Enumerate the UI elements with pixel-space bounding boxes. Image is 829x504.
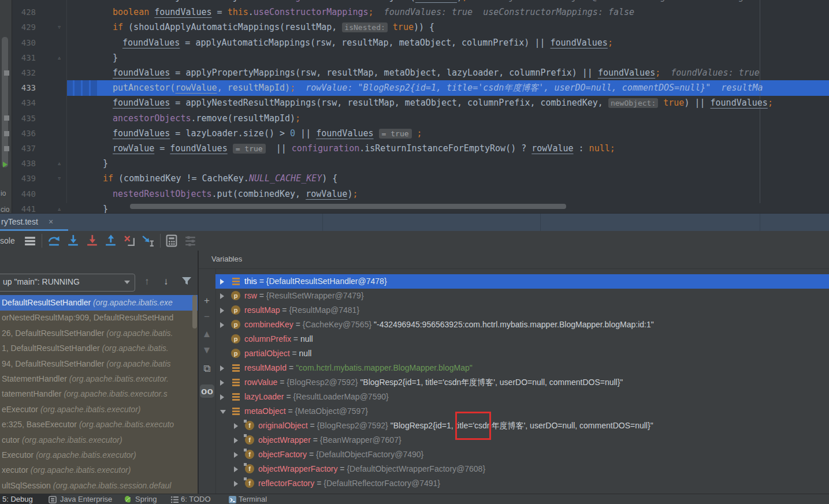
duplicate-icon[interactable]: ⧉ — [201, 363, 213, 375]
code-line-430[interactable]: 430foundValues = applyAutomaticMappings(… — [0, 35, 829, 51]
stack-frame-row[interactable]: e:325, BaseExecutor (org.apache.ibatis.e… — [0, 417, 198, 432]
variable-row[interactable]: fobjectFactory = {DefaultObjectFactory@7… — [215, 447, 829, 462]
variable-row[interactable]: this = {DefaultResultSetHandler@7478} — [215, 274, 829, 289]
stack-frame-row[interactable]: Executor (org.apache.ibatis.executor) — [0, 447, 198, 463]
show-watches-icon[interactable]: oo — [201, 386, 213, 397]
code-line-440[interactable]: 440nestedResultObjects.put(combinedKey, … — [0, 186, 829, 202]
move-up-icon[interactable]: ▲ — [201, 328, 213, 340]
variable-row[interactable]: presultMap = {ResultMap@7481} — [215, 303, 829, 318]
run-to-cursor-icon[interactable] — [141, 234, 155, 248]
line-number[interactable]: 438 — [12, 156, 36, 171]
chevron-collapsed-icon[interactable] — [234, 481, 238, 487]
code-line-432[interactable]: 432foundValues = applyPropertyMappings(r… — [0, 65, 829, 81]
statusbar-tab-java-enterprise[interactable]: Java Enterprise — [49, 494, 118, 504]
fold-marker-icon[interactable]: ▵ — [57, 201, 61, 213]
stack-frame-row[interactable]: xecutor (org.apache.ibatis.executor) — [0, 462, 198, 478]
evaluate-expression-icon[interactable] — [165, 234, 179, 248]
console-tab-label[interactable]: sole — [0, 236, 15, 245]
stack-frame-row[interactable]: 26, DefaultResultSetHandler (org.apache.… — [0, 326, 198, 341]
code-line-434[interactable]: 434foundValues = applyNestedResultMappin… — [0, 95, 829, 111]
line-number[interactable]: 430 — [12, 35, 36, 51]
frames-scrollbar[interactable] — [192, 295, 197, 328]
variable-row[interactable]: fobjectWrapper = {BeanWrapper@7607} — [215, 433, 829, 447]
line-number[interactable]: 431 — [12, 50, 36, 66]
variable-row[interactable]: prsw = {ResultSetWrapper@7479} — [215, 289, 829, 303]
fold-marker-icon[interactable]: ▵ — [57, 50, 61, 66]
variable-row[interactable]: lazyLoader = {ResultLoaderMap@7590} — [215, 390, 829, 404]
line-number[interactable]: 435 — [12, 111, 36, 126]
line-number[interactable]: 437 — [12, 141, 36, 156]
variable-row[interactable]: metaObject = {MetaObject@7597} — [215, 404, 829, 419]
tab-test[interactable]: ryTest.test × — [0, 214, 68, 232]
step-into-icon[interactable] — [66, 234, 80, 248]
variable-row[interactable]: resultMapId = "com.hctrl.mybatis.mapper.… — [215, 361, 829, 375]
chevron-collapsed-icon[interactable] — [234, 466, 238, 472]
prev-frame-button[interactable]: ↑ — [144, 276, 150, 288]
chevron-collapsed-icon[interactable] — [220, 365, 224, 371]
code-editor[interactable]: 427final MetaObject metaObject = configu… — [0, 0, 829, 213]
code-line-438[interactable]: 438▵} — [0, 156, 829, 171]
variable-row[interactable]: foriginalObject = {BlogResp2@7592} "Blog… — [215, 419, 829, 433]
variable-row[interactable]: pcolumnPrefix = null — [215, 332, 829, 346]
chevron-collapsed-icon[interactable] — [220, 394, 224, 400]
variable-row[interactable]: fobjectWrapperFactory = {DefaultObjectWr… — [215, 462, 829, 476]
fold-marker-icon[interactable]: ▵ — [57, 156, 61, 171]
add-watch-icon[interactable]: + — [201, 295, 213, 307]
code-line-431[interactable]: 431▵} — [0, 50, 829, 66]
statusbar-tab-spring[interactable]: Spring — [124, 494, 159, 504]
drop-frame-icon[interactable] — [122, 234, 136, 248]
code-line-439[interactable]: 439▿if (combinedKey != CacheKey.NULL_CAC… — [0, 171, 829, 186]
code-line-437[interactable]: 437rowValue = foundValues = true || conf… — [0, 141, 829, 156]
line-number[interactable]: 441 — [12, 201, 36, 213]
remove-watch-icon[interactable]: − — [201, 311, 213, 323]
fold-marker-icon[interactable]: ▿ — [57, 171, 61, 186]
code-line-435[interactable]: 435ancestorObjects.remove(resultMapId); — [0, 111, 829, 126]
line-number[interactable]: 428 — [12, 5, 36, 20]
variable-row[interactable]: ppartialObject = null — [215, 346, 829, 361]
step-over-icon[interactable] — [47, 234, 61, 248]
code-line-429[interactable]: 429▿if (shouldApplyAutomaticMappings(res… — [0, 20, 829, 35]
line-number[interactable]: 429 — [12, 20, 36, 35]
chevron-collapsed-icon[interactable] — [220, 308, 224, 313]
line-number[interactable]: 432 — [12, 65, 36, 81]
stack-frame-row[interactable]: orNestedResultMap:909, DefaultResultSetH… — [0, 310, 198, 326]
line-number[interactable]: 436 — [12, 126, 36, 141]
force-step-into-icon[interactable] — [85, 234, 99, 248]
thread-dropdown[interactable]: up "main": RUNNING — [0, 274, 135, 292]
hamburger-icon[interactable] — [23, 234, 37, 248]
line-number[interactable]: 433 — [12, 80, 36, 96]
move-down-icon[interactable]: ▼ — [201, 345, 213, 356]
chevron-collapsed-icon[interactable] — [234, 438, 238, 443]
chevron-collapsed-icon[interactable] — [220, 279, 224, 285]
statusbar-tab----todo[interactable]: 6: TODO — [170, 494, 211, 504]
stack-frame-row[interactable]: StatementHandler (org.apache.ibatis.exec… — [0, 371, 198, 387]
chevron-collapsed-icon[interactable] — [220, 380, 224, 386]
stack-frame-row[interactable]: eExecutor (org.apache.ibatis.executor) — [0, 402, 198, 417]
close-icon[interactable]: × — [49, 217, 53, 226]
editor-hscrollbar[interactable] — [130, 204, 566, 209]
chevron-collapsed-icon[interactable] — [234, 452, 238, 458]
code-line-433[interactable]: 433putAncestor(rowValue, resultMapId); r… — [0, 80, 829, 96]
chevron-collapsed-icon[interactable] — [234, 423, 238, 429]
statusbar-tab-terminal[interactable]: Terminal — [228, 494, 270, 504]
chevron-expanded-icon[interactable] — [220, 410, 226, 414]
stack-frame-row[interactable]: 94, DefaultResultSetHandler (org.apache.… — [0, 356, 198, 372]
stack-frame-row[interactable]: 1, DefaultResultSetHandler (org.apache.i… — [0, 341, 198, 356]
stack-frame-row[interactable]: tatementHandler (org.apache.ibatis.execu… — [0, 386, 198, 402]
stack-frame-row[interactable]: DefaultResultSetHandler (org.apache.ibat… — [0, 295, 198, 311]
statusbar-tab----debug[interactable]: 5: Debug — [0, 494, 51, 504]
code-line-428[interactable]: 428boolean foundValues = this.useConstru… — [0, 5, 829, 20]
variable-row[interactable]: freflectorFactory = {DefaultReflectorFac… — [215, 476, 829, 491]
layout-settings-icon[interactable] — [184, 234, 198, 248]
chevron-collapsed-icon[interactable] — [220, 293, 224, 299]
line-number[interactable]: 440 — [12, 186, 36, 202]
code-line-436[interactable]: 436foundValues = lazyLoader.size() > 0 |… — [0, 126, 829, 141]
line-number[interactable]: 434 — [12, 95, 36, 111]
filter-frames-icon[interactable] — [181, 277, 192, 289]
variable-row[interactable]: rowValue = {BlogResp2@7592} "BlogResp2{i… — [215, 375, 829, 390]
variable-row[interactable]: pcombinedKey = {CacheKey@7565} "-4324969… — [215, 318, 829, 332]
step-out-icon[interactable] — [104, 234, 118, 248]
stack-frame-row[interactable]: ultSqlSession (org.apache.ibatis.session… — [0, 478, 198, 494]
stack-frame-row[interactable]: cutor (org.apache.ibatis.executor) — [0, 432, 198, 448]
fold-marker-icon[interactable]: ▿ — [57, 20, 61, 35]
